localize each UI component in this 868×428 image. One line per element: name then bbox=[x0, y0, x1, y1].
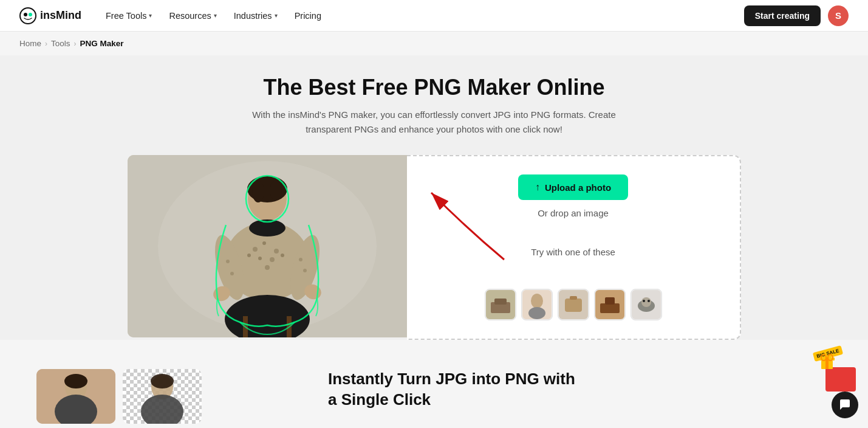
hero-subtitle: With the insMind's PNG maker, you can ef… bbox=[252, 108, 617, 137]
chevron-down-icon: ▾ bbox=[149, 12, 152, 19]
svg-point-56 bbox=[141, 395, 183, 424]
svg-point-37 bbox=[531, 294, 543, 308]
sample-thumb-1[interactable] bbox=[485, 289, 516, 320]
nav-free-tools[interactable]: Free Tools ▾ bbox=[98, 7, 159, 24]
svg-point-12 bbox=[262, 241, 266, 245]
brand-name: insMind bbox=[40, 9, 81, 22]
svg-point-2 bbox=[29, 13, 32, 16]
svg-rect-41 bbox=[570, 296, 577, 300]
svg-point-18 bbox=[265, 265, 270, 270]
chat-bubble-button[interactable] bbox=[832, 392, 858, 418]
nav-industries[interactable]: Industries ▾ bbox=[227, 7, 285, 24]
below-img-transparent bbox=[123, 369, 202, 424]
svg-point-14 bbox=[258, 257, 262, 260]
svg-point-15 bbox=[270, 257, 275, 262]
sale-inner: BIG SALE bbox=[813, 349, 856, 392]
breadcrumb-sep-1: › bbox=[45, 40, 47, 48]
svg-point-55 bbox=[151, 374, 174, 388]
svg-point-1 bbox=[24, 13, 27, 16]
svg-rect-40 bbox=[565, 299, 582, 312]
sample-thumb-4[interactable] bbox=[594, 289, 626, 320]
sample-thumb-2[interactable] bbox=[521, 289, 553, 320]
nav-right: Start creating S bbox=[744, 5, 849, 26]
chevron-down-icon: ▾ bbox=[275, 12, 278, 19]
svg-point-11 bbox=[253, 247, 258, 252]
page-title: The Best Free PNG Maker Online bbox=[12, 75, 856, 100]
breadcrumb-sep-2: › bbox=[74, 40, 77, 48]
below-img-person bbox=[36, 369, 115, 424]
upload-panel: ↑ Upload a photo Or drop an image Try wi… bbox=[407, 155, 741, 340]
logo-icon bbox=[19, 7, 36, 24]
below-section: Instantly Turn JPG into PNG with a Singl… bbox=[0, 340, 868, 428]
svg-point-0 bbox=[20, 8, 36, 24]
svg-rect-43 bbox=[600, 303, 620, 313]
breadcrumb-current: PNG Maker bbox=[80, 39, 124, 48]
navbar: insMind Free Tools ▾ Resources ▾ Industr… bbox=[0, 0, 868, 32]
preview-panel bbox=[128, 155, 407, 337]
breadcrumb: Home › Tools › PNG Maker bbox=[0, 32, 868, 55]
nav-links: Free Tools ▾ Resources ▾ Industries ▾ Pr… bbox=[98, 7, 744, 24]
sale-box bbox=[825, 367, 856, 392]
below-text: Instantly Turn JPG into PNG with a Singl… bbox=[328, 369, 575, 410]
try-label: Try with one of these bbox=[531, 245, 615, 260]
svg-point-7 bbox=[252, 181, 264, 202]
hero-section: The Best Free PNG Maker Online With the … bbox=[0, 55, 868, 340]
svg-point-17 bbox=[247, 254, 251, 257]
svg-point-52 bbox=[64, 374, 87, 388]
svg-point-49 bbox=[648, 300, 650, 302]
start-creating-button[interactable]: Start creating bbox=[744, 5, 821, 26]
sale-badge[interactable]: BIG SALE bbox=[813, 349, 856, 392]
brand-logo[interactable]: insMind bbox=[19, 7, 81, 24]
below-heading: Instantly Turn JPG into PNG with a Singl… bbox=[328, 369, 575, 410]
svg-point-16 bbox=[281, 254, 284, 257]
breadcrumb-tools[interactable]: Tools bbox=[51, 39, 70, 48]
sample-thumb-3[interactable] bbox=[558, 289, 589, 320]
svg-point-23 bbox=[230, 272, 234, 275]
sample-thumb-5[interactable] bbox=[630, 289, 662, 320]
svg-point-24 bbox=[299, 258, 302, 261]
svg-point-25 bbox=[303, 269, 307, 272]
nav-pricing[interactable]: Pricing bbox=[287, 7, 329, 24]
gift-icon bbox=[816, 349, 838, 370]
avatar[interactable]: S bbox=[828, 5, 849, 26]
svg-point-47 bbox=[641, 297, 651, 307]
nav-resources[interactable]: Resources ▾ bbox=[162, 7, 224, 24]
chat-icon bbox=[838, 398, 852, 412]
upload-icon: ↑ bbox=[535, 182, 540, 193]
preview-image bbox=[128, 155, 407, 337]
svg-rect-44 bbox=[605, 297, 615, 305]
svg-rect-35 bbox=[494, 299, 507, 305]
svg-point-38 bbox=[528, 307, 545, 319]
sample-thumbnails bbox=[485, 289, 662, 320]
drop-text: Or drop an image bbox=[538, 206, 609, 221]
svg-point-8 bbox=[270, 181, 282, 200]
breadcrumb-home[interactable]: Home bbox=[19, 39, 41, 48]
upload-photo-button[interactable]: ↑ Upload a photo bbox=[518, 174, 628, 200]
svg-point-22 bbox=[226, 260, 230, 263]
below-images bbox=[36, 369, 292, 424]
chevron-down-icon: ▾ bbox=[214, 12, 217, 19]
tool-area: ↑ Upload a photo Or drop an image Try wi… bbox=[115, 155, 753, 340]
svg-point-13 bbox=[274, 249, 279, 254]
svg-point-48 bbox=[643, 300, 645, 302]
